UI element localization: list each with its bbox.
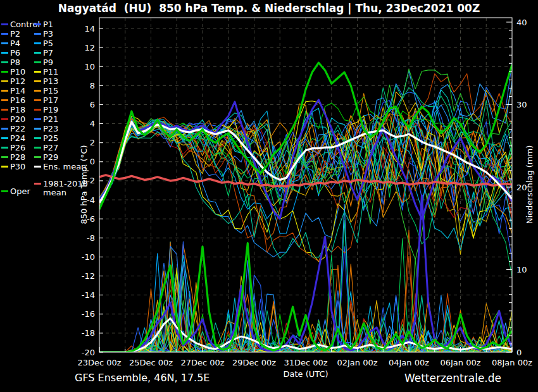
legend-color-dash bbox=[1, 52, 8, 54]
legend-color-dash bbox=[34, 183, 41, 185]
legend-color-dash bbox=[34, 118, 41, 120]
legend-label: P15 bbox=[43, 87, 58, 95]
legend-item-p20: P20 bbox=[1, 115, 25, 124]
legend-item-p27: P27 bbox=[34, 144, 58, 152]
legend-item-p6: P6 bbox=[1, 49, 20, 58]
legend-item-p28: P28 bbox=[1, 153, 25, 162]
legend-color-dash bbox=[1, 61, 8, 63]
legend-item-p16: P16 bbox=[1, 96, 25, 105]
legend-label: P30 bbox=[10, 162, 25, 171]
x-tick-label: 29Dec 00z bbox=[232, 358, 276, 367]
legend-label: P6 bbox=[10, 49, 20, 58]
legend-color-dash bbox=[34, 61, 41, 63]
legend-color-dash bbox=[1, 118, 8, 120]
legend-color-dash bbox=[1, 147, 8, 149]
legend-color-dash bbox=[1, 90, 8, 92]
legend-color-dash bbox=[1, 190, 8, 192]
legend-label: P4 bbox=[10, 39, 20, 48]
legend-label: 1981-2010 mean bbox=[43, 180, 92, 197]
x-tick-label: 31Dec 00z bbox=[284, 358, 327, 367]
legend-item-p5: P5 bbox=[34, 39, 53, 48]
legend-color-dash bbox=[1, 33, 8, 35]
legend-color-dash bbox=[34, 42, 41, 44]
legend-color-dash bbox=[34, 166, 41, 168]
legend-item-p29: P29 bbox=[34, 153, 58, 162]
legend-label: P19 bbox=[43, 106, 58, 114]
legend-color-dash bbox=[1, 23, 8, 25]
legend-color-dash bbox=[34, 137, 41, 139]
legend-color-dash bbox=[34, 90, 41, 92]
legend-color-dash bbox=[34, 80, 41, 82]
legend-color-dash bbox=[34, 109, 41, 111]
x-tick-label: 08Jan 00z bbox=[492, 358, 532, 367]
legend-label: P20 bbox=[10, 115, 25, 124]
x-tick-label: 27Dec 00z bbox=[180, 358, 224, 367]
legend-label: P12 bbox=[10, 77, 25, 86]
x-tick-label: 06Jan 00z bbox=[440, 358, 480, 367]
y-right-tick-label: 40 bbox=[516, 18, 527, 27]
legend-item-p19: P19 bbox=[34, 106, 58, 114]
legend-item-p4: P4 bbox=[1, 39, 20, 48]
legend-label: P27 bbox=[43, 144, 58, 152]
legend-color-dash bbox=[34, 52, 41, 54]
legend-label: P24 bbox=[10, 134, 25, 143]
legend-color-dash bbox=[1, 109, 8, 111]
legend-color-dash bbox=[1, 42, 8, 44]
legend-color-dash bbox=[34, 147, 41, 149]
legend-color-dash bbox=[34, 71, 41, 73]
legend-item-p26: P26 bbox=[1, 144, 25, 152]
legend-label: P7 bbox=[43, 49, 53, 58]
legend-color-dash bbox=[34, 99, 41, 101]
legend-item-p17: P17 bbox=[34, 96, 58, 105]
legend-label: P22 bbox=[10, 125, 25, 133]
legend-label: P2 bbox=[10, 30, 20, 39]
legend-label: P5 bbox=[43, 39, 53, 48]
legend-color-dash bbox=[34, 23, 41, 25]
legend-item-ens-mean: Ens. mean bbox=[34, 162, 86, 171]
legend-label: P16 bbox=[10, 96, 25, 105]
footer-model-info: GFS Ensemble, 46N, 17.5E bbox=[75, 372, 210, 384]
legend-item-oper: Oper bbox=[1, 187, 30, 196]
legend-label: P13 bbox=[43, 77, 58, 86]
legend-color-dash bbox=[1, 99, 8, 101]
x-tick-label: 04Jan 00z bbox=[389, 358, 429, 367]
legend-item-p10: P10 bbox=[1, 68, 25, 77]
wetterzentrale-ensemble-page: { "title": "Nagyatád (HU) 850 hPa Temp. … bbox=[0, 0, 538, 392]
legend-item-p3: P3 bbox=[34, 30, 53, 39]
y-right-tick-label: 10 bbox=[516, 265, 527, 274]
legend-label: Ens. mean bbox=[43, 162, 86, 171]
x-tick-label: 02Jan 00z bbox=[337, 358, 377, 367]
legend-item-p22: P22 bbox=[1, 125, 25, 133]
legend-label: P8 bbox=[10, 58, 20, 67]
legend-label: P25 bbox=[43, 134, 58, 143]
legend-label: P14 bbox=[10, 87, 25, 95]
x-tick-label: 25Dec 00z bbox=[129, 358, 173, 367]
footer-brand: Wetterzentrale.de bbox=[404, 372, 501, 384]
legend-item-p18: P18 bbox=[1, 106, 25, 114]
legend-label: P9 bbox=[43, 58, 53, 67]
legend-item-p30: P30 bbox=[1, 162, 25, 171]
legend-item-p2: P2 bbox=[1, 30, 20, 39]
legend-item-p15: P15 bbox=[34, 87, 58, 95]
y-right-tick-label: 30 bbox=[516, 100, 527, 109]
legend-item-p21: P21 bbox=[34, 115, 58, 124]
legend-item-p11: P11 bbox=[34, 68, 58, 77]
legend-color-dash bbox=[1, 71, 8, 73]
legend-label: P3 bbox=[43, 30, 53, 39]
legend: ControlP1P2P3P4P5P6P7P8P9P10P11P12P13P14… bbox=[0, 0, 99, 392]
x-axis-title: Date (UTC) bbox=[283, 369, 328, 379]
legend-item-p13: P13 bbox=[34, 77, 58, 86]
legend-label: P23 bbox=[43, 125, 58, 133]
legend-label: P11 bbox=[43, 68, 58, 77]
legend-item-p9: P9 bbox=[34, 58, 53, 67]
legend-color-dash bbox=[1, 137, 8, 139]
legend-label: P21 bbox=[43, 115, 58, 124]
legend-label: P18 bbox=[10, 106, 25, 114]
legend-color-dash bbox=[34, 33, 41, 35]
legend-label: P17 bbox=[43, 96, 58, 105]
legend-item-p23: P23 bbox=[34, 125, 58, 133]
legend-label: Oper bbox=[10, 187, 30, 196]
legend-item-p1: P1 bbox=[34, 20, 53, 29]
legend-item-p14: P14 bbox=[1, 87, 25, 95]
legend-item-p24: P24 bbox=[1, 134, 25, 143]
